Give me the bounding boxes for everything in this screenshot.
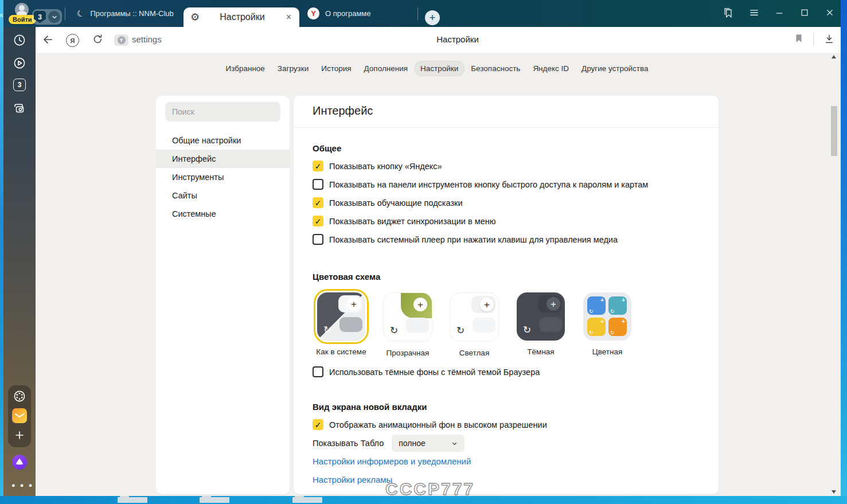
browser-tab-strip: Войти 3 ☾ Программы :: NNM-Club ⚙ Настро… bbox=[3, 0, 841, 27]
address-url[interactable]: settings bbox=[132, 34, 162, 44]
checkbox-unchecked[interactable] bbox=[313, 234, 323, 245]
theme-preview-chip bbox=[473, 318, 495, 333]
maximize-button[interactable] bbox=[797, 5, 813, 21]
option-label: Отображать анимационный фон в высоком ра… bbox=[329, 420, 547, 429]
interface-settings-panel: Интерфейс Общее Показывать кнопку «Яндек… bbox=[294, 96, 719, 494]
nav-tab-history[interactable]: История bbox=[315, 61, 357, 76]
reload-icon[interactable] bbox=[92, 33, 104, 45]
theme-label: Тёмная bbox=[527, 347, 554, 356]
nav-tab-other-devices[interactable]: Другие устройства bbox=[575, 61, 655, 76]
tab-about[interactable]: Y О программе bbox=[299, 0, 414, 27]
nav-tab-downloads[interactable]: Загрузки bbox=[271, 61, 315, 76]
mail-icon[interactable] bbox=[12, 408, 27, 423]
plus-icon: + bbox=[480, 298, 494, 311]
tabs-count-icon[interactable]: 3 bbox=[13, 79, 26, 91]
scrollbar[interactable] bbox=[829, 53, 840, 496]
close-window-button[interactable] bbox=[822, 5, 838, 21]
tab-settings[interactable]: ⚙ Настройки × bbox=[184, 7, 299, 27]
tab-counter-widget[interactable]: 3 bbox=[32, 9, 62, 25]
option-dark-backgrounds[interactable]: Использовать тёмные фоны с тёмной темой … bbox=[313, 365, 540, 378]
downloads-icon[interactable] bbox=[823, 33, 835, 45]
scrollbar-thumb[interactable] bbox=[831, 106, 837, 156]
history-clock-icon[interactable] bbox=[12, 33, 27, 48]
page-title: Настройки bbox=[436, 34, 479, 44]
checkbox-checked[interactable] bbox=[313, 419, 323, 430]
theme-card-system[interactable]: + ↻ bbox=[317, 292, 365, 341]
minimize-button[interactable] bbox=[771, 5, 787, 21]
settings-page: Избранное Загрузки История Дополнения На… bbox=[36, 53, 841, 496]
sidebar-item-interface[interactable]: Интерфейс bbox=[156, 150, 290, 168]
nav-tab-extensions[interactable]: Дополнения bbox=[358, 61, 414, 76]
general-heading: Общее bbox=[313, 143, 341, 153]
yandex-search-icon[interactable]: Я bbox=[66, 34, 79, 47]
desktop-edge-right bbox=[841, 0, 847, 504]
theme-dark[interactable]: + ↻ Тёмная bbox=[508, 292, 574, 357]
theme-transparent[interactable]: + ↻ Прозрачная bbox=[374, 292, 441, 357]
option-sync-widget[interactable]: Показывать виджет синхронизации в меню bbox=[313, 214, 496, 228]
checkbox-checked[interactable] bbox=[313, 161, 323, 171]
alice-assistant-icon[interactable] bbox=[12, 455, 27, 470]
search-input[interactable] bbox=[165, 102, 280, 122]
back-button[interactable] bbox=[41, 33, 54, 46]
checkbox-checked[interactable] bbox=[313, 197, 323, 208]
option-training-tips[interactable]: Показывать обучающие подсказки bbox=[313, 196, 463, 209]
theme-system[interactable]: + ↻ Как в системе bbox=[308, 292, 374, 357]
theme-card-colorful[interactable] bbox=[583, 292, 631, 341]
bookmark-icon[interactable] bbox=[794, 33, 804, 44]
theme-label: Цветная bbox=[592, 347, 623, 356]
ads-settings-link[interactable]: Настройки рекламы bbox=[313, 475, 392, 485]
theme-card-transparent[interactable]: + ↻ bbox=[383, 292, 432, 342]
more-options-icon[interactable]: ● ● ● bbox=[11, 482, 34, 489]
checkbox-checked[interactable] bbox=[313, 216, 323, 226]
new-tab-button[interactable]: + bbox=[425, 10, 440, 25]
tab-nnm-club[interactable]: ☾ Программы :: NNM-Club bbox=[69, 0, 184, 27]
checkbox-unchecked[interactable] bbox=[313, 366, 323, 377]
menu-icon[interactable] bbox=[746, 5, 762, 21]
theme-card-light[interactable]: + ↻ bbox=[450, 292, 499, 342]
screenshot-icon[interactable] bbox=[12, 101, 27, 116]
sidebar-item-tools[interactable]: Инструменты bbox=[156, 168, 290, 186]
theme-label: Как в системе bbox=[316, 347, 366, 356]
sidebar-item-system[interactable]: Системные bbox=[156, 205, 290, 223]
option-animated-background[interactable]: Отображать анимационный фон в высоком ра… bbox=[313, 418, 547, 431]
chevron-down-icon bbox=[451, 440, 458, 447]
option-label: Показывать на панели инструментов кнопку… bbox=[329, 180, 648, 189]
sidebar-services-group bbox=[8, 385, 31, 447]
add-service-plus-icon[interactable] bbox=[12, 428, 27, 443]
theme-light[interactable]: + ↻ Светлая bbox=[441, 292, 508, 357]
option-show-yandex-button[interactable]: Показывать кнопку «Яндекс» bbox=[313, 159, 442, 173]
protect-shield-icon[interactable]: Y bbox=[114, 34, 128, 46]
settings-menu: Общие настройки Интерфейс Инструменты Са… bbox=[156, 131, 290, 223]
tab-title: Программы :: NNM-Club bbox=[90, 9, 173, 18]
nav-tab-favorites[interactable]: Избранное bbox=[219, 61, 271, 76]
theme-colorful[interactable]: Цветная bbox=[574, 292, 641, 357]
tableau-select[interactable]: полное bbox=[392, 435, 465, 452]
option-label: Показывать обучающие подсказки bbox=[329, 198, 463, 208]
tab-count-badge[interactable]: 3 bbox=[34, 11, 46, 23]
desktop-icon-label-fragment: К bbox=[0, 13, 3, 18]
theme-card-dark[interactable]: + ↻ bbox=[517, 292, 565, 341]
watermark: СССР777 bbox=[385, 479, 475, 499]
divider bbox=[417, 7, 418, 20]
yandex-favicon-icon: Y bbox=[307, 7, 319, 19]
nav-tab-yandex-id[interactable]: Яндекс ID bbox=[526, 61, 575, 76]
nav-tab-settings[interactable]: Настройки bbox=[414, 61, 465, 76]
chevron-down-icon[interactable] bbox=[48, 11, 60, 23]
close-tab-icon[interactable]: × bbox=[285, 13, 292, 22]
scroll-down-arrow[interactable] bbox=[832, 490, 836, 494]
checkbox-unchecked[interactable] bbox=[313, 179, 323, 190]
gear-icon: ⚙ bbox=[190, 12, 200, 22]
sidebar-item-sites[interactable]: Сайты bbox=[156, 186, 290, 205]
option-system-player[interactable]: Показывать системный плеер при нажатии к… bbox=[313, 233, 618, 246]
sidebar-item-general[interactable]: Общие настройки bbox=[156, 131, 290, 150]
side-panel-icon[interactable] bbox=[720, 5, 736, 21]
mini-theme-yellow bbox=[587, 318, 606, 336]
video-play-icon[interactable] bbox=[12, 56, 27, 71]
games-icon[interactable] bbox=[12, 389, 27, 404]
reload-icon: ↻ bbox=[390, 326, 398, 335]
tab-title: Настройки bbox=[204, 12, 280, 22]
informers-settings-link[interactable]: Настройки информеров и уведомлений bbox=[313, 456, 471, 466]
scroll-up-arrow[interactable] bbox=[832, 55, 836, 58]
nav-tab-security[interactable]: Безопасность bbox=[465, 61, 526, 76]
option-passwords-cards-button[interactable]: Показывать на панели инструментов кнопку… bbox=[313, 178, 648, 191]
